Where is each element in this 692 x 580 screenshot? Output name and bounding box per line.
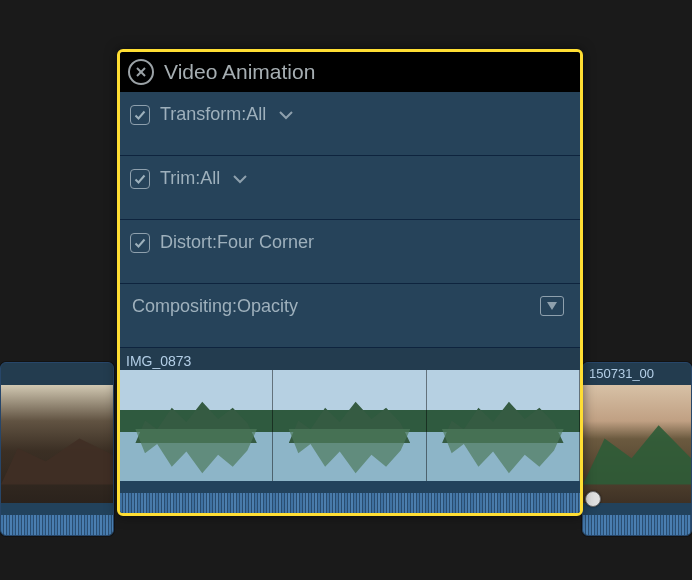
effect-row-compositing[interactable]: Compositing:Opacity — [120, 284, 580, 348]
checkmark-icon — [134, 237, 146, 249]
effect-row-transform[interactable]: Transform:All — [120, 92, 580, 156]
clip-thumbnail — [1, 385, 113, 505]
timeline-clip-left[interactable] — [0, 362, 114, 536]
timeline-clip-right[interactable]: 150731_00 — [582, 362, 692, 536]
close-x-icon — [135, 66, 147, 78]
clip-name-label — [1, 363, 113, 366]
effects-row-list: Transform:All Trim:All — [120, 92, 580, 513]
checkmark-icon — [134, 109, 146, 121]
effect-row-label: Transform:All — [160, 104, 266, 125]
chevron-down-icon — [232, 173, 248, 185]
chevron-down-icon — [278, 109, 294, 121]
panel-title-bar: Video Animation — [120, 52, 580, 92]
effect-enable-checkbox[interactable] — [130, 233, 150, 253]
triangle-down-icon — [546, 301, 558, 311]
param-dropdown[interactable] — [232, 173, 248, 185]
clip-filmstrip-row[interactable]: IMG_0873 — [120, 348, 580, 513]
clip-thumbnail-strip — [120, 370, 580, 483]
clip-thumbnail — [583, 385, 691, 505]
checkmark-icon — [134, 173, 146, 185]
close-button[interactable] — [128, 59, 154, 85]
clip-name-label: IMG_0873 — [120, 351, 197, 369]
clip-audio-waveform — [583, 503, 691, 535]
effect-row-distort[interactable]: Distort:Four Corner — [120, 220, 580, 284]
clip-name-label: 150731_00 — [583, 363, 691, 381]
param-dropdown[interactable] — [278, 109, 294, 121]
effect-row-label: Distort:Four Corner — [160, 232, 314, 253]
video-animation-panel: Video Animation Transform:All Trim:All — [117, 49, 583, 516]
svg-marker-2 — [547, 302, 557, 310]
playhead-handle-icon[interactable] — [585, 491, 601, 507]
effect-row-trim[interactable]: Trim:All — [120, 156, 580, 220]
clip-audio-waveform — [120, 481, 580, 513]
expand-button[interactable] — [540, 296, 564, 316]
effect-enable-checkbox[interactable] — [130, 105, 150, 125]
effect-row-label: Compositing:Opacity — [132, 296, 298, 317]
panel-title: Video Animation — [164, 60, 315, 84]
effect-row-label: Trim:All — [160, 168, 220, 189]
clip-audio-waveform — [1, 503, 113, 535]
effect-enable-checkbox[interactable] — [130, 169, 150, 189]
